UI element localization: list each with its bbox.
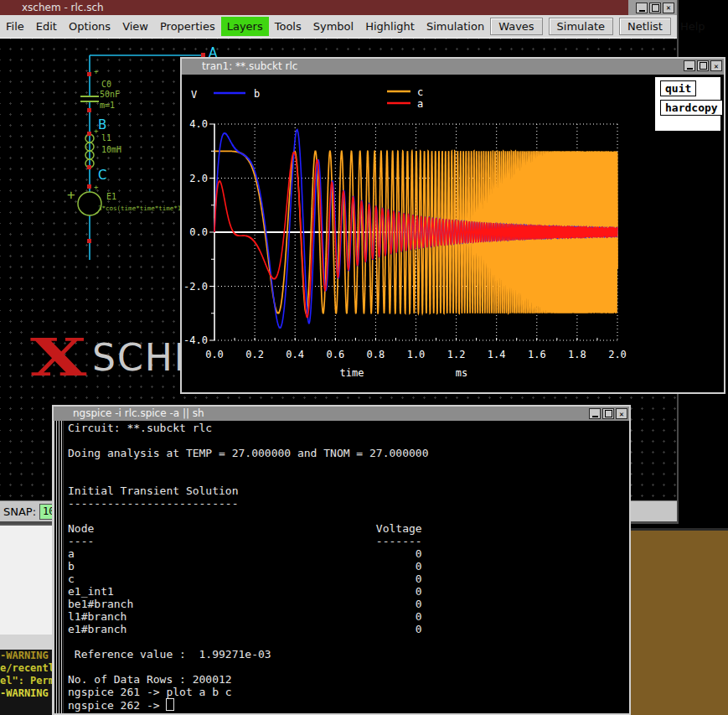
- close-icon[interactable]: ✕: [710, 60, 722, 71]
- net-label-b[interactable]: B: [98, 117, 106, 132]
- hardcopy-button[interactable]: hardcopy: [660, 100, 723, 116]
- desktop-brown-panel: [628, 528, 728, 715]
- maximize-icon[interactable]: [697, 60, 709, 71]
- legend-label-a: a: [417, 98, 423, 110]
- minimize-icon[interactable]: [684, 60, 695, 71]
- simulate-button[interactable]: Simulate: [549, 18, 613, 35]
- x-axis-label: time: [340, 367, 364, 379]
- plus-sign: +: [67, 187, 75, 203]
- cap-value-label: 50nF: [100, 90, 120, 99]
- x-tick-label: 2.0: [608, 349, 627, 360]
- plot-window-title: tran1: **.subckt rlc: [202, 60, 297, 72]
- maximize-icon[interactable]: [602, 408, 614, 419]
- src-ref-label: E1: [106, 192, 116, 201]
- xschem-titlebar[interactable]: xschem - rlc.sch ✕: [0, 0, 677, 15]
- menu-edit[interactable]: Edit: [30, 17, 63, 36]
- y-tick-label: 0.0: [189, 226, 208, 238]
- menu-highlight[interactable]: Highlight: [359, 17, 421, 36]
- cap-mult-label: m=1: [100, 101, 115, 110]
- y-tick-label: 2.0: [189, 173, 208, 184]
- logo-x-glyph: X: [30, 334, 86, 382]
- plot-window-controls: ✕: [684, 60, 722, 71]
- plot-area: 0.00.20.40.60.81.01.21.41.61.82.04.02.00…: [182, 75, 724, 392]
- quit-button[interactable]: quit: [660, 80, 696, 96]
- plot-button-panel: quit hardcopy: [654, 76, 721, 132]
- xschem-menubar: File Edit Options View Properties Layers…: [0, 15, 677, 39]
- menu-tools[interactable]: Tools: [269, 17, 307, 36]
- menu-view[interactable]: View: [116, 17, 154, 36]
- ind-ref-label: l1: [101, 133, 111, 142]
- x-tick-label: 0.2: [245, 349, 264, 360]
- toolbar-right: Waves Simulate Netlist Help: [490, 18, 716, 35]
- x-tick-label: 0.6: [326, 349, 344, 360]
- terminal-titlebar[interactable]: ngspice -i rlc.spice -a || sh ✕: [54, 407, 629, 421]
- close-icon[interactable]: ✕: [616, 408, 627, 419]
- x-tick-label: 1.4: [488, 349, 506, 360]
- console-warning-line: e/recently: [0, 662, 52, 675]
- waveform-plot: 0.00.20.40.60.81.01.21.41.61.82.04.02.00…: [182, 75, 724, 392]
- console-warning-line: el": Perm: [0, 675, 52, 687]
- maximize-icon[interactable]: [649, 3, 661, 13]
- console-warning-line: -WARNING: [0, 687, 52, 700]
- terminal-prompt: ngspice 262 ->: [68, 699, 166, 712]
- svg-text:+: +: [94, 67, 99, 75]
- terminal-content: Circuit: **.subckt rlc Doing analysis at…: [54, 421, 629, 713]
- x-tick-label: 0.4: [286, 349, 304, 360]
- menu-file[interactable]: File: [0, 17, 30, 36]
- menu-simulation[interactable]: Simulation: [421, 17, 490, 36]
- y-tick-label: 4.0: [189, 118, 208, 130]
- minimize-icon[interactable]: [636, 3, 648, 13]
- ngspice-terminal-window: ngspice -i rlc.spice -a || sh ✕ Circuit:…: [52, 405, 631, 715]
- snap-label: SNAP:: [3, 505, 36, 518]
- x-axis-unit: ms: [456, 367, 467, 379]
- netlist-button[interactable]: Netlist: [619, 18, 671, 35]
- terminal-prompt-line[interactable]: ngspice 262 ->: [68, 698, 174, 712]
- ind-value-label: 10mH: [101, 145, 121, 154]
- minimize-icon[interactable]: [589, 408, 601, 419]
- net-label-c[interactable]: C: [98, 168, 106, 183]
- menu-properties[interactable]: Properties: [154, 17, 221, 36]
- menu-layers[interactable]: Layers: [221, 17, 269, 36]
- legend-label-c: c: [417, 86, 423, 98]
- background-white-window: [0, 524, 52, 635]
- terminal-cursor: [166, 698, 174, 711]
- cap-ref-label: C0: [101, 80, 111, 89]
- plot-titlebar[interactable]: tran1: **.subckt rlc ✕: [182, 59, 724, 75]
- menu-options[interactable]: Options: [63, 17, 116, 36]
- close-icon[interactable]: ✕: [663, 3, 674, 13]
- x-tick-label: 1.0: [407, 349, 426, 360]
- menu-symbol[interactable]: Symbol: [307, 17, 359, 36]
- plot-window: tran1: **.subckt rlc ✕ 0.00.20.40.60.81.…: [180, 57, 725, 394]
- background-gray-strip: [0, 635, 52, 650]
- x-tick-label: 0.0: [205, 349, 224, 360]
- terminal-scrollbar[interactable]: [54, 421, 64, 713]
- voltage-source-symbol[interactable]: +: [67, 187, 101, 215]
- capacitor-symbol[interactable]: [80, 96, 99, 101]
- terminal-window-title: ngspice -i rlc.spice -a || sh: [73, 407, 204, 419]
- waves-button[interactable]: Waves: [490, 18, 542, 35]
- legend-label-b: b: [254, 88, 260, 100]
- y-axis-unit: V: [191, 89, 197, 101]
- xschem-window-controls: ✕: [628, 0, 677, 15]
- x-tick-label: 0.8: [367, 349, 385, 360]
- terminal-window-controls: ✕: [589, 408, 627, 419]
- x-tick-label: 1.8: [568, 349, 586, 360]
- x-tick-label: 1.2: [447, 349, 466, 360]
- desktop: { "xschem": { "title": "xschem - rlc.sch…: [0, 0, 728, 715]
- y-tick-label: -4.0: [183, 334, 208, 346]
- xschem-window-title: xschem - rlc.sch: [22, 2, 104, 13]
- background-console-window: -WARNING e/recently el": Perm -WARNING: [0, 650, 52, 715]
- console-warning-line: -WARNING: [0, 650, 52, 662]
- terminal-output: Circuit: **.subckt rlc Doing analysis at…: [68, 422, 428, 698]
- y-tick-label: -2.0: [183, 281, 208, 293]
- x-tick-label: 1.6: [528, 349, 546, 360]
- svg-text:+: +: [94, 183, 99, 191]
- help-menu[interactable]: Help: [677, 18, 709, 34]
